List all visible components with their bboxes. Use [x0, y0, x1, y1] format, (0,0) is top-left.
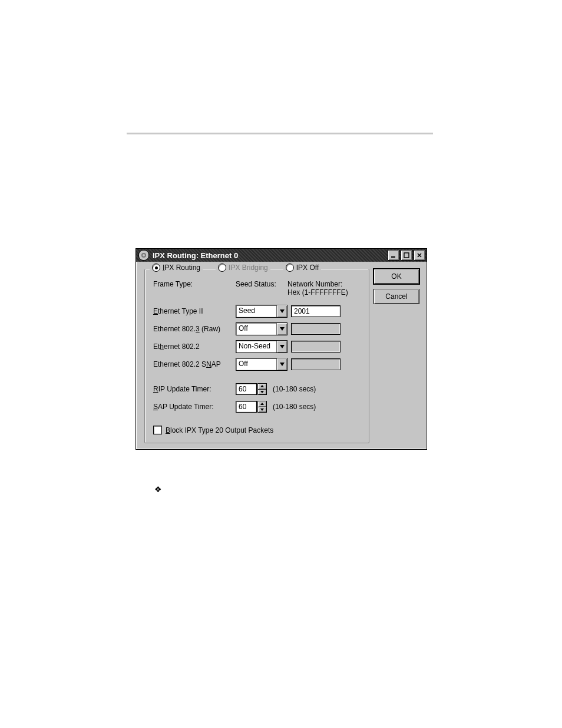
- minimize-button[interactable]: [388, 250, 399, 261]
- chevron-down-icon: [276, 341, 287, 353]
- rip-timer-row: RIP Update Timer: 60 (10-180 secs): [153, 380, 316, 398]
- spin-down-icon[interactable]: [257, 390, 267, 396]
- rip-range-label: (10-180 secs): [273, 385, 316, 393]
- network-number-8023-raw: [291, 323, 340, 335]
- titlebar[interactable]: IPX Routing: Ethernet 0: [136, 249, 427, 262]
- radio-ipx-routing[interactable]: IIPX RoutingPX Routing: [150, 263, 203, 272]
- network-number-type-ii[interactable]: 2001: [291, 305, 340, 317]
- frame-label: Ethernet 802.3 (Raw): [153, 325, 236, 333]
- sap-timer-label: SAP Update Timer:: [153, 403, 236, 411]
- divider: [127, 133, 433, 134]
- block-ipx-type20-checkbox[interactable]: Block IPX Type 20 Output Packets: [153, 426, 273, 434]
- spin-up-icon[interactable]: [257, 401, 267, 407]
- svg-point-1: [143, 254, 145, 256]
- svg-rect-3: [404, 253, 409, 258]
- ipx-routing-dialog: IPX Routing: Ethernet 0 OK Cancel IIPX R…: [135, 248, 427, 450]
- system-menu-icon[interactable]: [138, 250, 149, 261]
- frame-label: Ethernet 802.2 SNAP: [153, 360, 236, 368]
- bullet-icon: ❖: [154, 485, 162, 494]
- spin-up-icon[interactable]: [257, 383, 267, 390]
- seed-select-type-ii[interactable]: Seed: [236, 305, 287, 318]
- frame-row-type-ii: Ethernet Type II Seed 2001: [153, 302, 363, 320]
- header-frame-type: Frame Type:: [153, 280, 193, 288]
- seed-select-8022[interactable]: Non-Seed: [236, 340, 287, 353]
- frame-label: Ethernet Type II: [153, 307, 236, 315]
- maximize-button[interactable]: [401, 250, 412, 261]
- checkbox-box[interactable]: [153, 426, 162, 434]
- rip-timer-spinner[interactable]: 60: [236, 383, 267, 395]
- header-network-number: Network Number: Hex (1-FFFFFFFE): [287, 280, 364, 297]
- sap-range-label: (10-180 secs): [273, 403, 316, 411]
- radio-ipx-off[interactable]: IPX Off: [283, 263, 321, 272]
- seed-select-8022-snap[interactable]: Off: [236, 358, 287, 371]
- close-button[interactable]: [414, 250, 425, 261]
- radio-off-label: IPX Off: [296, 263, 319, 272]
- window-title: IPX Routing: Ethernet 0: [151, 251, 388, 260]
- header-seed-status: Seed Status:: [236, 280, 276, 288]
- radio-ipx-bridging: IPX Bridging: [216, 263, 270, 272]
- frame-row-8023-raw: Ethernet 802.3 (Raw) Off: [153, 320, 363, 338]
- rip-timer-label: RIP Update Timer:: [153, 385, 236, 393]
- sap-timer-row: SAP Update Timer: 60 (10-180 secs): [153, 398, 316, 416]
- frame-row-8022-snap: Ethernet 802.2 SNAP Off: [153, 355, 363, 373]
- frame-row-8022: Ethernet 802.2 Non-Seed: [153, 338, 363, 355]
- chevron-down-icon: [276, 323, 287, 335]
- spin-down-icon[interactable]: [257, 407, 267, 413]
- chevron-down-icon: [276, 358, 287, 370]
- chevron-down-icon: [276, 305, 287, 317]
- seed-select-8023-raw[interactable]: Off: [236, 322, 287, 335]
- checkbox-label: Block IPX Type 20 Output Packets: [166, 426, 273, 434]
- frame-label: Ethernet 802.2: [153, 342, 236, 351]
- ok-button[interactable]: OK: [373, 269, 419, 284]
- sap-timer-spinner[interactable]: 60: [236, 401, 267, 413]
- network-number-8022: [291, 341, 340, 353]
- cancel-button[interactable]: Cancel: [373, 289, 419, 304]
- settings-group: IIPX RoutingPX Routing IPX Bridging IPX …: [144, 269, 369, 443]
- radio-bridging-label: IPX Bridging: [229, 263, 268, 272]
- svg-rect-2: [391, 256, 395, 258]
- network-number-8022-snap: [291, 358, 340, 370]
